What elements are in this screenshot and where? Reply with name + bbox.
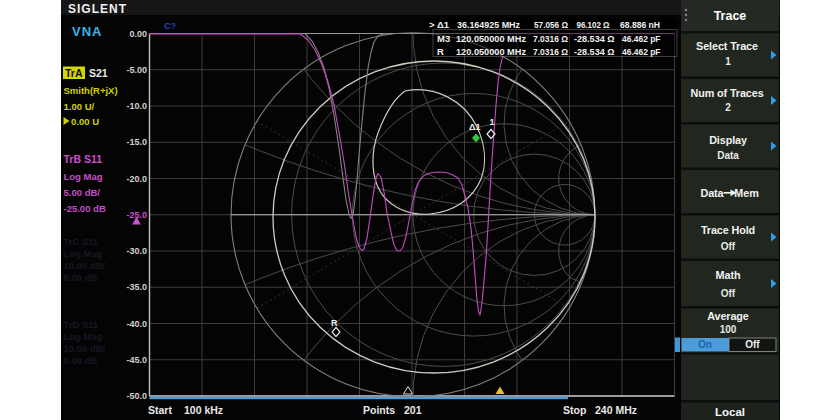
svg-text:-30.0: -30.0 [126, 246, 147, 256]
svg-text:Select Trace: Select Trace [696, 40, 758, 52]
svg-text:TrC S11: TrC S11 [64, 236, 100, 247]
svg-text:46.462 pF: 46.462 pF [622, 33, 661, 44]
svg-text:-35.0: -35.0 [126, 282, 147, 292]
svg-text:-45.0: -45.0 [126, 355, 147, 365]
svg-text:-40.0: -40.0 [126, 319, 147, 329]
svg-text:Smith(R+jX): Smith(R+jX) [64, 85, 118, 96]
svg-text:Log Mag: Log Mag [64, 331, 103, 342]
svg-text:-15.0: -15.0 [126, 137, 147, 147]
svg-text:68.886 nH: 68.886 nH [620, 19, 660, 30]
svg-text:R: R [437, 46, 444, 57]
svg-text:Mem: Mem [734, 187, 758, 199]
svg-text:46.462 pF: 46.462 pF [622, 46, 661, 57]
svg-text:Off: Off [721, 241, 736, 252]
svg-text:On: On [698, 339, 712, 350]
svg-text:>: > [429, 19, 435, 30]
svg-text:Δ1: Δ1 [469, 122, 480, 132]
svg-text:Points: Points [363, 404, 395, 416]
svg-text:Off: Off [721, 288, 736, 299]
svg-text:5.00 dB/: 5.00 dB/ [64, 187, 101, 198]
svg-text:VNA: VNA [72, 24, 102, 39]
svg-text:TrD S11: TrD S11 [64, 319, 100, 330]
svg-text:Log Mag: Log Mag [64, 248, 103, 259]
svg-text:M3: M3 [437, 33, 450, 44]
svg-text:-25.00 dB: -25.00 dB [64, 203, 106, 214]
svg-text:0.00 dB: 0.00 dB [64, 272, 98, 283]
svg-text:Log Mag: Log Mag [64, 171, 103, 182]
svg-text:-28.534 Ω: -28.534 Ω [574, 33, 615, 44]
svg-text:-10.0: -10.0 [126, 101, 147, 111]
svg-text:Local: Local [715, 406, 745, 418]
svg-text:0.00: 0.00 [129, 29, 147, 39]
svg-text:96.102 Ω: 96.102 Ω [577, 19, 610, 30]
svg-text:-5.00: -5.00 [126, 65, 147, 75]
svg-text:Average: Average [707, 310, 749, 322]
svg-text:Math: Math [716, 269, 741, 281]
svg-text:Off: Off [745, 339, 760, 350]
svg-text:10.00 dB/: 10.00 dB/ [64, 260, 106, 271]
svg-text:10.00 dB/: 10.00 dB/ [64, 343, 106, 354]
svg-text:Stop: Stop [563, 404, 586, 416]
svg-text:Trace Hold: Trace Hold [701, 224, 755, 236]
svg-text:120.050000 MHz: 120.050000 MHz [456, 33, 526, 44]
svg-text:Display: Display [709, 134, 747, 146]
svg-text:201: 201 [404, 404, 422, 416]
svg-text:1: 1 [490, 117, 495, 127]
svg-text:-28.534 Ω: -28.534 Ω [574, 46, 615, 57]
svg-text:-50.0: -50.0 [126, 391, 147, 401]
svg-text:36.164925 MHz: 36.164925 MHz [457, 19, 520, 30]
svg-text:SIGLENT: SIGLENT [68, 2, 127, 16]
svg-text:240 MHz: 240 MHz [595, 404, 637, 416]
svg-text:1: 1 [725, 56, 731, 67]
svg-text:0.00 U: 0.00 U [71, 116, 99, 127]
svg-text:0.00 dB: 0.00 dB [64, 355, 98, 366]
svg-text:100: 100 [720, 324, 737, 335]
svg-text:1.00 U/: 1.00 U/ [64, 101, 95, 112]
svg-text:Start: Start [148, 404, 172, 416]
svg-text:Num of Traces: Num of Traces [690, 87, 763, 99]
svg-text:-20.0: -20.0 [126, 174, 147, 184]
svg-text:Data: Data [717, 150, 739, 161]
svg-text:TrA: TrA [65, 67, 83, 79]
svg-text:Data: Data [700, 187, 724, 199]
svg-text:Δ1: Δ1 [437, 19, 450, 30]
svg-text:100 kHz: 100 kHz [184, 404, 223, 416]
svg-text:TrB S11: TrB S11 [64, 153, 103, 165]
svg-text:R: R [331, 318, 338, 328]
svg-text:C?: C? [164, 21, 176, 31]
svg-text:7.0316 Ω: 7.0316 Ω [533, 33, 568, 44]
svg-text:7.0316 Ω: 7.0316 Ω [533, 46, 568, 57]
svg-text:57.056 Ω: 57.056 Ω [534, 19, 568, 30]
svg-text:Trace: Trace [714, 9, 747, 23]
svg-text:S21: S21 [89, 67, 108, 79]
svg-text:2: 2 [725, 102, 731, 113]
svg-text:120.050000 MHz: 120.050000 MHz [456, 46, 526, 57]
